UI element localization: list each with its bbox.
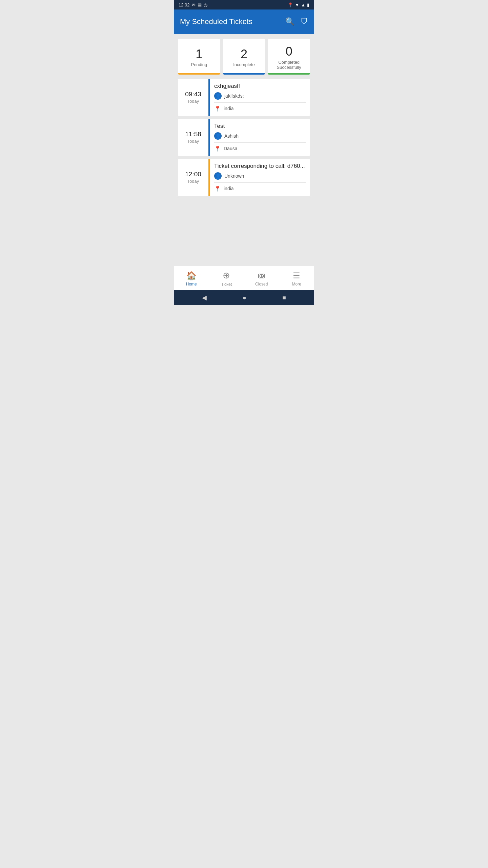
nav-label-ticket: Ticket [221,282,232,287]
closed-ticket-icon: 🎟 [258,271,266,280]
person-icon: 👤 [214,172,222,180]
nav-label-home: Home [186,282,197,287]
ticket-title: cxhgjeasff [214,83,306,90]
nav-item-closed[interactable]: 🎟 Closed [244,266,279,290]
ticket-time: 12:00 [185,171,201,178]
table-row[interactable]: 12:00 Today Ticket corresponding to call… [178,159,310,196]
location-pin-icon: 📍 [214,105,221,112]
stat-completed-bar [268,73,310,75]
bottom-nav: 🏠 Home ⊕ Ticket 🎟 Closed ☰ More [174,266,314,290]
recents-button[interactable]: ■ [282,294,286,301]
ticket-person-row: 👤 Ashish [214,132,306,140]
status-bar-right: 📍 ▼ ▲ ▮ [288,2,309,7]
stat-pending-label: Pending [191,62,207,67]
ticket-location-row: 📍 india [214,185,306,192]
back-button[interactable]: ◀ [202,294,207,301]
nav-label-closed: Closed [255,282,268,287]
ticket-day: Today [187,99,199,104]
ticket-day: Today [187,139,199,144]
person-icon: 👤 [214,92,222,100]
ticket-time: 09:43 [185,91,201,98]
table-row[interactable]: 09:43 Today cxhgjeasff 👤 jaklfskds; 📍 in… [178,79,310,116]
ticket-divider [214,102,306,103]
stats-row: 1 Pending 2 Incomplete 0 Completed Succe… [174,34,314,75]
menu-icon: ▤ [198,2,202,7]
stat-completed[interactable]: 0 Completed Successfully [268,39,310,75]
ticket-location: Dausa [224,146,237,151]
ticket-time-section: 11:58 Today [178,119,208,156]
email-icon: ✉ [192,2,196,7]
ticket-day: Today [187,179,199,184]
ticket-location-row: 📍 Dausa [214,145,306,152]
status-bar: 12:02 ✉ ▤ ◎ 📍 ▼ ▲ ▮ [174,0,314,9]
tickets-list: 09:43 Today cxhgjeasff 👤 jaklfskds; 📍 in… [174,75,314,200]
stat-pending[interactable]: 1 Pending [178,39,220,75]
person-icon: 👤 [214,132,222,140]
table-row[interactable]: 11:58 Today Test 👤 Ashish 📍 Dausa [178,119,310,156]
ticket-person-row: 👤 jaklfskds; [214,92,306,100]
ticket-person: Ashish [224,133,239,139]
ticket-divider [214,182,306,183]
home-button[interactable]: ● [243,294,246,301]
ticket-location: india [224,106,234,111]
app-header: My Scheduled Tickets 🔍 ⛉ [174,9,314,34]
status-time: 12:02 [179,2,190,7]
ticket-content: cxhgjeasff 👤 jaklfskds; 📍 india [210,79,310,116]
nav-item-ticket[interactable]: ⊕ Ticket [209,266,244,290]
android-nav-bar: ◀ ● ■ [174,290,314,305]
stat-incomplete-label: Incomplete [233,62,255,67]
ticket-person: Unknown [224,173,244,179]
signal-icon: ▲ [301,2,305,7]
home-icon: 🏠 [186,271,197,280]
ticket-location-row: 📍 india [214,105,306,112]
stat-pending-number: 1 [196,47,202,61]
filter-icon[interactable]: ⛉ [301,17,308,26]
ticket-time-section: 12:00 Today [178,159,208,196]
ticket-title: Test [214,123,306,130]
nav-item-more[interactable]: ☰ More [279,266,314,290]
location-icon: 📍 [288,2,293,7]
wifi-icon: ▼ [295,2,299,7]
circle-icon: ◎ [204,2,207,7]
content-spacer [174,200,314,266]
location-pin-icon: 📍 [214,145,221,152]
more-menu-icon: ☰ [293,271,300,280]
stat-incomplete-number: 2 [241,47,247,61]
stat-completed-label: Completed Successfully [270,60,307,70]
stat-completed-number: 0 [286,45,292,58]
ticket-person-row: 👤 Unknown [214,172,306,180]
stat-incomplete[interactable]: 2 Incomplete [223,39,265,75]
ticket-title: Ticket corresponding to call: d760... [214,163,306,170]
ticket-location: india [224,186,234,191]
stat-pending-bar [178,73,220,75]
ticket-person: jaklfskds; [224,93,244,99]
ticket-time-section: 09:43 Today [178,79,208,116]
ticket-divider [214,142,306,143]
battery-icon: ▮ [307,2,309,7]
status-bar-left: 12:02 ✉ ▤ ◎ [179,2,207,7]
nav-item-home[interactable]: 🏠 Home [174,266,209,290]
page-title: My Scheduled Tickets [180,17,252,26]
add-ticket-icon: ⊕ [223,270,230,281]
nav-label-more: More [292,282,301,287]
ticket-content: Test 👤 Ashish 📍 Dausa [210,119,310,156]
stat-incomplete-bar [223,73,265,75]
ticket-content: Ticket corresponding to call: d760... 👤 … [210,159,310,196]
location-pin-icon: 📍 [214,185,221,192]
header-actions: 🔍 ⛉ [285,17,308,26]
search-icon[interactable]: 🔍 [285,17,294,26]
ticket-time: 11:58 [185,131,201,138]
